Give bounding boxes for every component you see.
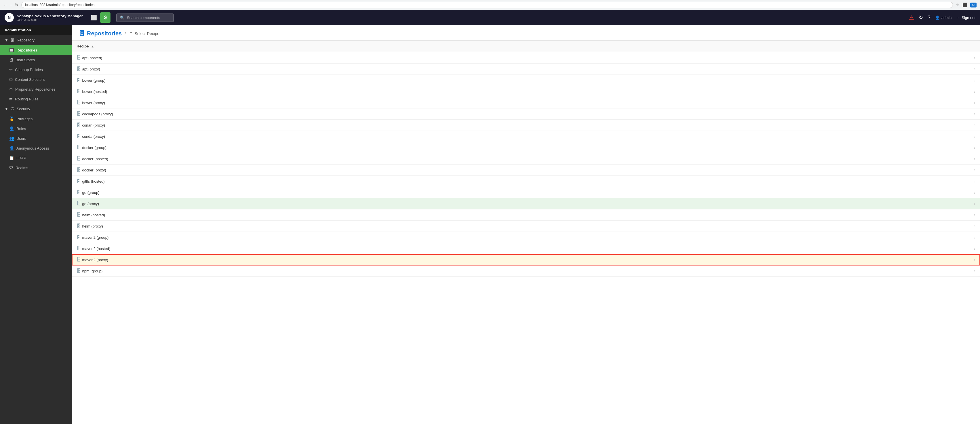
sidebar-item-privileges-label: Privileges: [16, 117, 32, 121]
bookmark-icon[interactable]: ☆: [956, 3, 959, 7]
triangle-icon: ▼: [5, 38, 8, 42]
username-label: admin: [942, 16, 951, 20]
sidebar-section-repository-label: Repository: [17, 38, 35, 42]
sort-icon: ▲: [91, 44, 94, 48]
table-row[interactable]: 🗄 maven2 (proxy)›: [72, 254, 980, 265]
sidebar-item-routing-label: Routing Rules: [15, 97, 38, 101]
table-row[interactable]: 🗄 helm (proxy)›: [72, 221, 980, 232]
user-icon: 👤: [935, 16, 940, 20]
users-icon: 👥: [9, 136, 14, 141]
db-icon: 🗄: [76, 257, 81, 262]
table-row[interactable]: 🗄 apt (proxy)›: [72, 64, 980, 75]
table-row[interactable]: 🗄 bower (proxy)›: [72, 97, 980, 108]
recipe-cell: 🗄 bower (proxy): [72, 97, 969, 108]
sign-out-button[interactable]: → Sign out: [956, 16, 975, 20]
table-row[interactable]: 🗄 go (group)›: [72, 187, 980, 198]
ldap-icon: 📋: [9, 156, 14, 160]
table-body: 🗄 apt (hosted)›🗄 apt (proxy)›🗄 bower (gr…: [72, 52, 980, 277]
sidebar-item-content-selectors[interactable]: ⬡ Content Selectors: [0, 75, 72, 84]
url-bar[interactable]: localhost:8081/#admin/repository/reposit…: [21, 2, 953, 8]
chevron-right-icon: ›: [974, 78, 975, 83]
header-right: ⚠ ↻ ? 👤 admin → Sign out: [909, 14, 975, 21]
gear-icon-btn[interactable]: ⚙: [100, 13, 110, 23]
table-container: Recipe ▲ 🗄 apt (hosted)›🗄 apt (proxy)›🗄 …: [72, 41, 980, 424]
breadcrumb-title: 🗄 Repositories: [79, 30, 122, 37]
db-icon: 🗄: [76, 134, 81, 139]
sidebar-item-users[interactable]: 👥 Users: [0, 133, 72, 143]
table-row[interactable]: 🗄 bower (hosted)›: [72, 86, 980, 97]
chevron-cell: ›: [969, 142, 980, 153]
column-recipe[interactable]: Recipe ▲: [72, 41, 969, 52]
sidebar-item-realms[interactable]: 🛡 Realms: [0, 163, 72, 173]
table-row[interactable]: 🗄 cocoapods (proxy)›: [72, 108, 980, 120]
search-input[interactable]: [127, 16, 170, 20]
db-icon: 🗄: [76, 224, 81, 229]
db-icon: 🗄: [76, 55, 81, 60]
sidebar-section-security-header[interactable]: ▼ 🛡 Security: [0, 104, 72, 114]
sidebar-item-roles[interactable]: 👤 Roles: [0, 124, 72, 133]
chevron-cell: ›: [969, 232, 980, 243]
update-icon[interactable]: ⚙: [970, 3, 977, 8]
sidebar-item-cleanup-policies[interactable]: ✏ Cleanup Policies: [0, 65, 72, 75]
table-row[interactable]: 🗄 gitlfs (hosted)›: [72, 176, 980, 187]
sidebar-section-security: ▼ 🛡 Security 🏅 Privileges 👤 Roles 👥 User…: [0, 104, 72, 173]
header-nav-icons: ⬜ ⚙: [89, 13, 110, 23]
chevron-right-icon: ›: [974, 269, 975, 273]
table-row[interactable]: 🗄 docker (proxy)›: [72, 165, 980, 176]
table-row[interactable]: 🗄 maven2 (group)›: [72, 232, 980, 243]
table-row[interactable]: 🗄 bower (group)›: [72, 75, 980, 86]
recipe-cell: 🗄 docker (hosted): [72, 153, 969, 165]
recipe-cell: 🗄 go (proxy): [72, 198, 969, 210]
help-icon[interactable]: ?: [928, 15, 931, 21]
sidebar-item-content-selectors-label: Content Selectors: [15, 77, 45, 82]
sidebar-section-repository-header[interactable]: ▼ 🗄 Repository: [0, 35, 72, 45]
search-icon: 🔍: [120, 16, 124, 20]
repository-icon: 🗄: [11, 38, 14, 42]
extensions-icon[interactable]: ⬛: [963, 3, 967, 7]
table-row[interactable]: 🗄 npm (group)›: [72, 265, 980, 277]
privileges-icon: 🏅: [9, 116, 14, 121]
table-row[interactable]: 🗄 docker (group)›: [72, 142, 980, 153]
recipe-cell: 🗄 apt (hosted): [72, 52, 969, 64]
chevron-cell: ›: [969, 86, 980, 97]
forward-icon[interactable]: →: [9, 3, 13, 7]
table-row[interactable]: 🗄 conan (proxy)›: [72, 120, 980, 131]
chevron-cell: ›: [969, 176, 980, 187]
sidebar-item-cleanup-label: Cleanup Policies: [15, 68, 43, 72]
sidebar-item-repositories[interactable]: 🔲 Repositories: [0, 45, 72, 55]
sidebar-item-ldap[interactable]: 📋 LDAP: [0, 153, 72, 163]
db-icon: 🗄: [76, 89, 81, 94]
column-recipe-label: Recipe: [76, 44, 89, 48]
recipe-cell: 🗄 docker (group): [72, 142, 969, 153]
sidebar-item-privileges[interactable]: 🏅 Privileges: [0, 114, 72, 124]
table-row[interactable]: 🗄 apt (hosted)›: [72, 52, 980, 64]
table-row[interactable]: 🗄 helm (hosted)›: [72, 210, 980, 221]
recipe-cell: 🗄 conda (proxy): [72, 131, 969, 142]
sidebar-item-routing-rules[interactable]: ⇄ Routing Rules: [0, 94, 72, 104]
table-row[interactable]: 🗄 go (proxy)›: [72, 198, 980, 210]
box-icon-btn[interactable]: ⬜: [89, 13, 99, 23]
chevron-right-icon: ›: [974, 157, 975, 161]
alert-icon[interactable]: ⚠: [909, 14, 914, 21]
browser-nav-buttons[interactable]: ← → ↻: [3, 3, 18, 7]
user-area[interactable]: 👤 admin: [935, 16, 951, 20]
db-icon: 🗄: [76, 246, 81, 251]
sidebar-item-blob-stores-label: Blob Stores: [16, 58, 35, 62]
refresh-icon[interactable]: ↻: [919, 14, 923, 21]
table-row[interactable]: 🗄 conda (proxy)›: [72, 131, 980, 142]
table-row[interactable]: 🗄 docker (hosted)›: [72, 153, 980, 165]
repositories-db-icon: 🗄: [79, 30, 84, 37]
search-bar[interactable]: 🔍: [116, 14, 174, 22]
db-icon: 🗄: [76, 235, 81, 240]
breadcrumb-repositories-label[interactable]: Repositories: [87, 30, 122, 37]
back-icon[interactable]: ←: [3, 3, 8, 7]
app-logo: N Sonatype Nexus Repository Manager OSS …: [5, 13, 83, 22]
sidebar-item-anonymous-access[interactable]: 👤 Anonymous Access: [0, 143, 72, 153]
table-row[interactable]: 🗄 maven2 (hosted)›: [72, 243, 980, 254]
chevron-right-icon: ›: [974, 100, 975, 105]
db-icon: 🗄: [76, 190, 81, 195]
reload-icon[interactable]: ↻: [15, 3, 18, 7]
sidebar-item-proprietary-repos[interactable]: ⚙ Proprietary Repositories: [0, 84, 72, 94]
chevron-cell: ›: [969, 198, 980, 210]
sidebar-item-blob-stores[interactable]: 🗄 Blob Stores: [0, 55, 72, 65]
